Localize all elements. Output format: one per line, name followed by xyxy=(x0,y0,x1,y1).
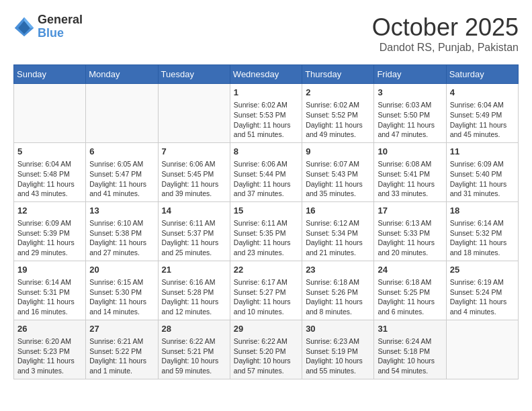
logo-general: General xyxy=(38,13,83,27)
calendar-cell: 8Sunrise: 6:06 AM Sunset: 5:44 PM Daylig… xyxy=(230,142,302,201)
calendar-cell: 27Sunrise: 6:21 AM Sunset: 5:22 PM Dayli… xyxy=(86,320,158,379)
logo-blue: Blue xyxy=(38,27,83,40)
calendar-cell: 10Sunrise: 6:08 AM Sunset: 5:41 PM Dayli… xyxy=(374,142,446,201)
day-number: 25 xyxy=(450,264,515,276)
calendar-cell: 11Sunrise: 6:09 AM Sunset: 5:40 PM Dayli… xyxy=(446,142,518,201)
calendar-cell: 30Sunrise: 6:23 AM Sunset: 5:19 PM Dayli… xyxy=(302,320,374,379)
day-number: 14 xyxy=(162,205,226,217)
calendar-week-row: 12Sunrise: 6:09 AM Sunset: 5:39 PM Dayli… xyxy=(14,201,519,261)
day-info: Sunrise: 6:14 AM Sunset: 5:31 PM Dayligh… xyxy=(17,277,82,317)
day-number: 7 xyxy=(162,146,226,158)
day-number: 28 xyxy=(162,323,226,335)
month-title: October 2025 xyxy=(372,13,519,42)
day-info: Sunrise: 6:24 AM Sunset: 5:18 PM Dayligh… xyxy=(378,336,442,376)
calendar-cell xyxy=(158,84,230,143)
calendar-day-header: Tuesday xyxy=(158,65,230,84)
calendar-cell: 7Sunrise: 6:06 AM Sunset: 5:45 PM Daylig… xyxy=(158,142,230,201)
calendar-cell: 5Sunrise: 6:04 AM Sunset: 5:48 PM Daylig… xyxy=(14,142,86,201)
calendar-cell: 28Sunrise: 6:22 AM Sunset: 5:21 PM Dayli… xyxy=(158,320,230,379)
calendar-cell: 3Sunrise: 6:03 AM Sunset: 5:50 PM Daylig… xyxy=(374,84,446,143)
calendar-cell: 16Sunrise: 6:12 AM Sunset: 5:34 PM Dayli… xyxy=(302,201,374,261)
day-info: Sunrise: 6:08 AM Sunset: 5:41 PM Dayligh… xyxy=(378,159,442,199)
day-info: Sunrise: 6:06 AM Sunset: 5:45 PM Dayligh… xyxy=(162,159,226,199)
calendar-header-row: SundayMondayTuesdayWednesdayThursdayFrid… xyxy=(14,65,519,84)
day-number: 11 xyxy=(450,146,515,158)
calendar-week-row: 5Sunrise: 6:04 AM Sunset: 5:48 PM Daylig… xyxy=(14,142,519,201)
day-number: 1 xyxy=(234,87,298,99)
day-number: 27 xyxy=(89,323,154,335)
day-number: 20 xyxy=(89,264,154,276)
calendar-cell: 4Sunrise: 6:04 AM Sunset: 5:49 PM Daylig… xyxy=(446,84,518,143)
calendar-week-row: 26Sunrise: 6:20 AM Sunset: 5:23 PM Dayli… xyxy=(14,320,519,379)
day-number: 4 xyxy=(450,87,515,99)
title-block: October 2025 Dandot RS, Punjab, Pakistan xyxy=(372,13,519,54)
calendar-cell: 23Sunrise: 6:18 AM Sunset: 5:26 PM Dayli… xyxy=(302,261,374,320)
calendar-cell: 2Sunrise: 6:02 AM Sunset: 5:52 PM Daylig… xyxy=(302,84,374,143)
calendar-day-header: Saturday xyxy=(446,65,518,84)
calendar-cell: 9Sunrise: 6:07 AM Sunset: 5:43 PM Daylig… xyxy=(302,142,374,201)
calendar-cell: 24Sunrise: 6:18 AM Sunset: 5:25 PM Dayli… xyxy=(374,261,446,320)
day-info: Sunrise: 6:14 AM Sunset: 5:32 PM Dayligh… xyxy=(450,218,515,258)
calendar-week-row: 19Sunrise: 6:14 AM Sunset: 5:31 PM Dayli… xyxy=(14,261,519,320)
day-info: Sunrise: 6:22 AM Sunset: 5:21 PM Dayligh… xyxy=(162,336,226,376)
day-info: Sunrise: 6:12 AM Sunset: 5:34 PM Dayligh… xyxy=(306,218,370,258)
day-info: Sunrise: 6:10 AM Sunset: 5:38 PM Dayligh… xyxy=(89,218,154,258)
day-number: 31 xyxy=(378,323,442,335)
calendar-cell xyxy=(86,84,158,143)
day-number: 16 xyxy=(306,205,370,217)
day-info: Sunrise: 6:09 AM Sunset: 5:39 PM Dayligh… xyxy=(17,218,82,258)
calendar-cell xyxy=(446,320,518,379)
calendar-cell: 1Sunrise: 6:02 AM Sunset: 5:53 PM Daylig… xyxy=(230,84,302,143)
calendar-day-header: Monday xyxy=(86,65,158,84)
calendar-cell: 13Sunrise: 6:10 AM Sunset: 5:38 PM Dayli… xyxy=(86,201,158,261)
day-number: 22 xyxy=(234,264,298,276)
calendar-cell: 22Sunrise: 6:17 AM Sunset: 5:27 PM Dayli… xyxy=(230,261,302,320)
day-info: Sunrise: 6:06 AM Sunset: 5:44 PM Dayligh… xyxy=(234,159,298,199)
day-info: Sunrise: 6:20 AM Sunset: 5:23 PM Dayligh… xyxy=(17,336,82,376)
calendar-day-header: Friday xyxy=(374,65,446,84)
calendar-cell: 17Sunrise: 6:13 AM Sunset: 5:33 PM Dayli… xyxy=(374,201,446,261)
day-number: 2 xyxy=(306,87,370,99)
calendar-cell: 18Sunrise: 6:14 AM Sunset: 5:32 PM Dayli… xyxy=(446,201,518,261)
day-number: 13 xyxy=(89,205,154,217)
day-number: 12 xyxy=(17,205,82,217)
calendar-cell: 15Sunrise: 6:11 AM Sunset: 5:35 PM Dayli… xyxy=(230,201,302,261)
day-number: 3 xyxy=(378,87,442,99)
day-number: 26 xyxy=(17,323,82,335)
day-number: 24 xyxy=(378,264,442,276)
day-info: Sunrise: 6:11 AM Sunset: 5:35 PM Dayligh… xyxy=(234,218,298,258)
day-number: 30 xyxy=(306,323,370,335)
day-number: 23 xyxy=(306,264,370,276)
day-info: Sunrise: 6:07 AM Sunset: 5:43 PM Dayligh… xyxy=(306,159,370,199)
calendar-cell: 20Sunrise: 6:15 AM Sunset: 5:30 PM Dayli… xyxy=(86,261,158,320)
day-number: 29 xyxy=(234,323,298,335)
day-info: Sunrise: 6:11 AM Sunset: 5:37 PM Dayligh… xyxy=(162,218,226,258)
day-number: 6 xyxy=(89,146,154,158)
day-info: Sunrise: 6:02 AM Sunset: 5:52 PM Dayligh… xyxy=(306,100,370,140)
calendar-cell: 29Sunrise: 6:22 AM Sunset: 5:20 PM Dayli… xyxy=(230,320,302,379)
calendar-day-header: Thursday xyxy=(302,65,374,84)
calendar-cell: 12Sunrise: 6:09 AM Sunset: 5:39 PM Dayli… xyxy=(14,201,86,261)
calendar-week-row: 1Sunrise: 6:02 AM Sunset: 5:53 PM Daylig… xyxy=(14,84,519,143)
day-number: 17 xyxy=(378,205,442,217)
calendar-cell: 6Sunrise: 6:05 AM Sunset: 5:47 PM Daylig… xyxy=(86,142,158,201)
day-info: Sunrise: 6:13 AM Sunset: 5:33 PM Dayligh… xyxy=(378,218,442,258)
calendar-day-header: Wednesday xyxy=(230,65,302,84)
calendar-cell: 26Sunrise: 6:20 AM Sunset: 5:23 PM Dayli… xyxy=(14,320,86,379)
day-info: Sunrise: 6:02 AM Sunset: 5:53 PM Dayligh… xyxy=(234,100,298,140)
day-info: Sunrise: 6:15 AM Sunset: 5:30 PM Dayligh… xyxy=(89,277,154,317)
calendar-cell: 19Sunrise: 6:14 AM Sunset: 5:31 PM Dayli… xyxy=(14,261,86,320)
page-header: General Blue October 2025 Dandot RS, Pun… xyxy=(13,13,519,54)
day-info: Sunrise: 6:18 AM Sunset: 5:26 PM Dayligh… xyxy=(306,277,370,317)
logo-text: General Blue xyxy=(38,13,83,40)
day-info: Sunrise: 6:18 AM Sunset: 5:25 PM Dayligh… xyxy=(378,277,442,317)
logo: General Blue xyxy=(13,13,83,40)
calendar-cell: 21Sunrise: 6:16 AM Sunset: 5:28 PM Dayli… xyxy=(158,261,230,320)
day-number: 21 xyxy=(162,264,226,276)
day-number: 15 xyxy=(234,205,298,217)
day-info: Sunrise: 6:21 AM Sunset: 5:22 PM Dayligh… xyxy=(89,336,154,376)
calendar-cell: 25Sunrise: 6:19 AM Sunset: 5:24 PM Dayli… xyxy=(446,261,518,320)
day-number: 19 xyxy=(17,264,82,276)
day-info: Sunrise: 6:04 AM Sunset: 5:48 PM Dayligh… xyxy=(17,159,82,199)
day-number: 10 xyxy=(378,146,442,158)
